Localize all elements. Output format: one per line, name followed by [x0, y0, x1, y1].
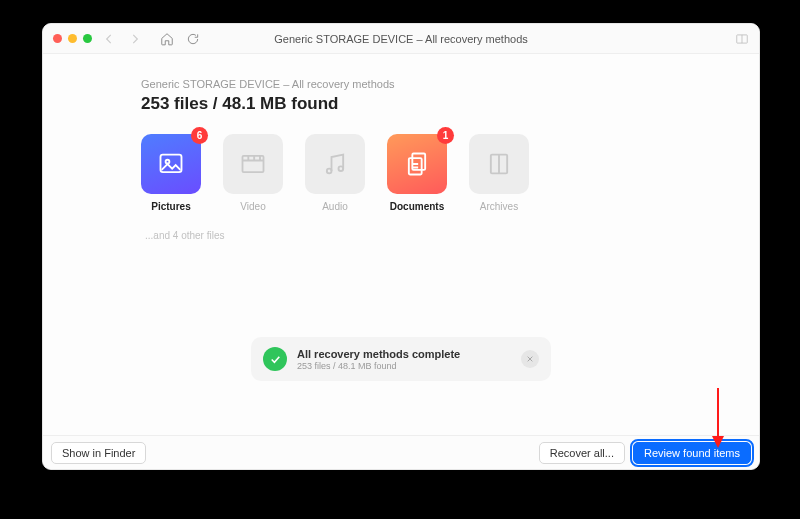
- tile-archives[interactable]: Archives: [469, 134, 529, 212]
- results-headline: 253 files / 48.1 MB found: [141, 94, 661, 114]
- svg-point-10: [339, 166, 344, 171]
- chevron-left-icon: [102, 32, 116, 46]
- documents-label: Documents: [387, 201, 447, 212]
- status-subtitle: 253 files / 48.1 MB found: [297, 361, 460, 371]
- rescan-icon: [186, 32, 200, 46]
- archives-label: Archives: [469, 201, 529, 212]
- minimize-window-button[interactable]: [68, 34, 77, 43]
- tile-pictures[interactable]: 6 Pictures: [141, 134, 201, 212]
- forward-button[interactable]: [126, 30, 144, 48]
- category-tiles: 6 Pictures Video Audio: [141, 134, 661, 212]
- tile-audio[interactable]: Audio: [305, 134, 365, 212]
- titlebar: Generic STORAGE DEVICE – All recovery me…: [43, 24, 759, 54]
- documents-icon: [403, 150, 431, 178]
- tile-documents[interactable]: 1 Documents: [387, 134, 447, 212]
- dismiss-status-button[interactable]: [521, 350, 539, 368]
- footer-bar: Show in Finder Recover all... Review fou…: [43, 435, 759, 469]
- rescan-button[interactable]: [184, 30, 202, 48]
- home-icon: [160, 32, 174, 46]
- zoom-window-button[interactable]: [83, 34, 92, 43]
- back-button[interactable]: [100, 30, 118, 48]
- image-icon: [157, 150, 185, 178]
- chevron-right-icon: [128, 32, 142, 46]
- window-controls: [53, 34, 92, 43]
- video-icon: [239, 150, 267, 178]
- check-icon: [263, 347, 287, 371]
- recover-all-button[interactable]: Recover all...: [539, 442, 625, 464]
- show-in-finder-button[interactable]: Show in Finder: [51, 442, 146, 464]
- status-title: All recovery methods complete: [297, 348, 460, 360]
- audio-icon: [321, 150, 349, 178]
- content-area: Generic STORAGE DEVICE – All recovery me…: [43, 54, 759, 435]
- view-toggle-button[interactable]: [735, 32, 749, 46]
- review-found-items-button[interactable]: Review found items: [633, 442, 751, 464]
- status-banner: All recovery methods complete 253 files …: [251, 337, 551, 381]
- video-label: Video: [223, 201, 283, 212]
- tile-video[interactable]: Video: [223, 134, 283, 212]
- app-window: Generic STORAGE DEVICE – All recovery me…: [42, 23, 760, 470]
- home-button[interactable]: [158, 30, 176, 48]
- close-icon: [526, 355, 534, 363]
- breadcrumb: Generic STORAGE DEVICE – All recovery me…: [141, 78, 661, 90]
- svg-rect-12: [409, 158, 422, 174]
- pictures-label: Pictures: [141, 201, 201, 212]
- other-files-note: ...and 4 other files: [145, 230, 661, 241]
- archive-icon: [485, 150, 513, 178]
- columns-icon: [735, 32, 749, 46]
- svg-rect-2: [161, 155, 182, 173]
- pictures-badge: 6: [191, 127, 208, 144]
- close-window-button[interactable]: [53, 34, 62, 43]
- documents-badge: 1: [437, 127, 454, 144]
- audio-label: Audio: [305, 201, 365, 212]
- window-title: Generic STORAGE DEVICE – All recovery me…: [43, 33, 759, 45]
- svg-point-9: [327, 169, 332, 174]
